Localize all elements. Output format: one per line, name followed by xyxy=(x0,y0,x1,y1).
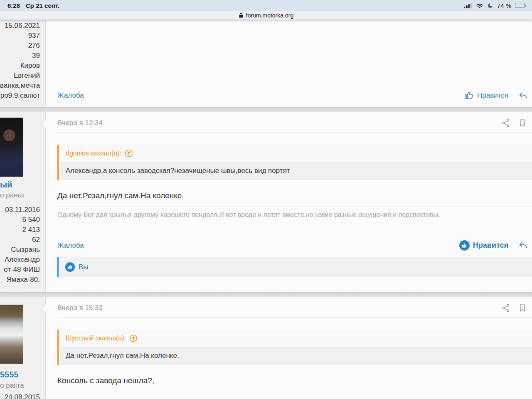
user-motor: ро9.9,салют xyxy=(0,91,45,101)
user-realname: Александр xyxy=(0,255,45,265)
post-body: Да нет.Резал,гнул сам.На коленке. xyxy=(57,191,532,200)
user-city: Сызрань xyxy=(0,245,45,255)
username[interactable]: ый xyxy=(0,180,45,190)
user-boat: от-48 ФИШ xyxy=(0,265,45,275)
user-likes: 276 xyxy=(0,41,45,51)
user-rank: о ранга xyxy=(0,381,45,390)
post-separator xyxy=(0,292,532,297)
reply-button[interactable] xyxy=(518,91,528,101)
user-messages: 6 540 xyxy=(0,215,45,225)
liked-thumb-circle xyxy=(459,240,470,251)
post-1-userinfo: 15.06.2021 937 276 39 Киров Евгений ванк… xyxy=(0,20,46,107)
post-3-userinfo: 5555 о ранга 24.08.2015 xyxy=(0,297,46,399)
avatar[interactable] xyxy=(0,118,23,177)
wifi-icon xyxy=(476,2,483,9)
user-city: Киров xyxy=(0,61,45,71)
post-3-main: Вчера в 15:33 Шустрый сказал(а): xyxy=(46,297,532,399)
share-icon xyxy=(501,118,510,128)
likes-bar[interactable]: Вы xyxy=(57,257,532,277)
report-link[interactable]: Жалоба xyxy=(57,91,84,100)
post-2-main: Вчера в 12:34 dgonios сказал(а): xyxy=(46,112,532,292)
user-points: 62 xyxy=(0,235,45,245)
circled-up-arrow-icon xyxy=(125,149,133,158)
url-text: forum.motorka.org xyxy=(246,12,293,19)
bookmark-button[interactable] xyxy=(518,303,527,313)
post-2: ый о ранга 03.11.2016 6 540 2 413 62 Сыз… xyxy=(0,112,532,292)
liked-thumb-circle xyxy=(65,262,75,272)
safari-window: 6:28 Ср 21 сент. 74 % xyxy=(0,0,532,399)
like-button[interactable]: Нравится xyxy=(464,91,508,101)
bookmark-button[interactable] xyxy=(518,118,527,128)
quote-jump-button[interactable] xyxy=(125,149,133,158)
reply-arrow-icon xyxy=(518,241,528,250)
status-date: Ср 21 сент. xyxy=(26,2,59,9)
share-icon xyxy=(501,303,510,313)
user-realname: Евгений xyxy=(0,71,45,81)
user-messages: 937 xyxy=(0,31,45,41)
report-link[interactable]: Жалоба xyxy=(57,241,84,250)
battery-icon xyxy=(515,3,526,8)
post-3: 5555 о ранга 24.08.2015 Вчера в 15:33 xyxy=(0,297,532,399)
quote-attribution[interactable]: Шустрый сказал(а): xyxy=(66,335,126,342)
address-bar[interactable]: forum.motorka.org xyxy=(0,11,532,20)
lock-icon xyxy=(239,12,244,18)
signature: Одному Бог дал крылья-другому хорошего п… xyxy=(57,211,532,219)
post-2-userinfo: ый о ранга 03.11.2016 6 540 2 413 62 Сыз… xyxy=(0,112,46,292)
post-body: Консоль с завода нешла?, xyxy=(57,376,532,385)
reply-arrow-icon xyxy=(518,91,528,101)
clock: 6:28 xyxy=(7,2,20,9)
signature-divider xyxy=(57,207,532,207)
quote-block: Шустрый сказал(а): Да нет.Резал,гнул сам… xyxy=(57,330,532,365)
post-timestamp[interactable]: Вчера в 15:33 xyxy=(57,304,103,312)
user-joined: 24.08.2015 xyxy=(5,392,45,399)
likes-you-label[interactable]: Вы xyxy=(79,263,89,271)
post-1: 15.06.2021 937 276 39 Киров Евгений ванк… xyxy=(0,20,532,107)
quote-attribution[interactable]: dgonios сказал(а): xyxy=(66,150,121,157)
share-button[interactable] xyxy=(501,303,510,313)
post-timestamp[interactable]: Вчера в 12:34 xyxy=(57,119,103,127)
user-joined: 15.06.2021 xyxy=(0,21,45,31)
quote-text: Да нет.Резал,гнул сам.На коленке. xyxy=(59,347,532,365)
share-button[interactable] xyxy=(501,118,510,128)
circled-up-arrow-icon xyxy=(129,334,138,342)
bookmark-icon xyxy=(518,303,527,313)
quote-jump-button[interactable] xyxy=(129,334,138,342)
user-likes: 2 413 xyxy=(0,225,45,235)
avatar[interactable] xyxy=(0,305,23,364)
cellular-signal-icon xyxy=(464,3,472,8)
reply-button[interactable] xyxy=(518,241,528,250)
user-joined: 03.11.2016 xyxy=(0,205,45,215)
quote-block: dgonios сказал(а): Александр,а консоль з… xyxy=(57,145,532,180)
thumb-up-icon xyxy=(464,91,474,101)
thumb-up-icon xyxy=(67,264,73,270)
browser-chrome: 6:28 Ср 21 сент. 74 % xyxy=(0,0,532,20)
quote-text: Александр,а консоль заводская?незачищены… xyxy=(59,162,532,180)
user-rank: о ранга xyxy=(0,191,45,200)
status-bar: 6:28 Ср 21 сент. 74 % xyxy=(0,0,532,11)
like-button[interactable]: Нравится xyxy=(459,240,508,251)
moon-icon xyxy=(487,2,493,9)
user-motor: Ямаха-80. xyxy=(0,275,45,285)
thumb-up-icon xyxy=(461,243,467,249)
username[interactable]: 5555 xyxy=(0,369,45,379)
user-boat: ванка,мечта xyxy=(0,81,45,91)
post-separator xyxy=(0,107,532,112)
post-1-main: Жалоба Нравится xyxy=(46,20,532,107)
user-points: 39 xyxy=(0,51,45,61)
bookmark-icon xyxy=(518,118,527,128)
battery-percent: 74 % xyxy=(497,2,511,9)
